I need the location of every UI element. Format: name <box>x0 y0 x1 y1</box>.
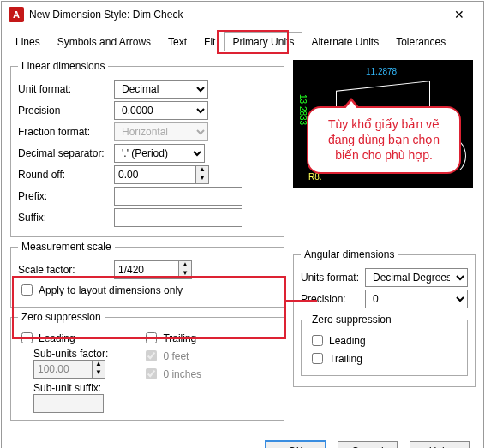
subunits-factor-spinner: ▲▼ <box>33 360 108 379</box>
fraction-format-select: Horizontal <box>114 122 208 141</box>
decimal-separator-select[interactable]: '.' (Period) <box>114 144 205 163</box>
measurement-scale-legend: Measurement scale <box>18 241 115 253</box>
zero-suppression-right-group: Zero suppression Leading Trailing <box>301 314 468 376</box>
angular-trailing-checkbox[interactable] <box>312 353 323 364</box>
subunits-factor-input <box>33 360 92 379</box>
preview-dim-radius: R8. <box>308 172 322 182</box>
zero-suppression-left-group: Zero suppression Leading Sub-units facto… <box>10 311 284 421</box>
spin-down-icon: ▼ <box>93 369 105 378</box>
leading-checkbox[interactable] <box>21 332 33 343</box>
prefix-input[interactable] <box>114 187 242 206</box>
angular-trailing-label: Trailing <box>329 353 362 365</box>
apply-layout-checkbox[interactable] <box>21 284 33 296</box>
precision-select[interactable]: 0.0000 <box>114 101 208 120</box>
angular-units-format-label: Units format: <box>301 272 365 284</box>
tab-strip: Lines Symbols and Arrows Text Fit Primar… <box>2 27 483 51</box>
app-logo-icon: A <box>9 7 24 22</box>
leading-label: Leading <box>39 332 75 344</box>
annotation-callout-text: Tùy khổ giấy bản vẽ đang dùng bạn chọn b… <box>328 117 440 162</box>
dimension-preview: 11.2878 13.2833 R8. Tùy khổ giấy bản vẽ … <box>293 60 473 188</box>
subunits-factor-label: Sub-units factor: <box>33 348 108 360</box>
inches-checkbox <box>146 368 157 379</box>
angular-units-format-select[interactable]: Decimal Degrees <box>365 268 468 287</box>
unit-format-select[interactable]: Decimal <box>114 80 208 99</box>
spin-down-icon[interactable]: ▼ <box>179 270 191 278</box>
tab-tolerances[interactable]: Tolerances <box>387 32 454 51</box>
round-off-label: Round off: <box>18 169 114 181</box>
trailing-checkbox[interactable] <box>146 332 157 343</box>
zero-suppression-left-legend: Zero suppression <box>18 311 105 323</box>
scale-factor-label: Scale factor: <box>18 264 114 276</box>
linear-dimensions-legend: Linear dimensions <box>18 60 108 72</box>
angular-leading-label: Leading <box>329 335 366 347</box>
tab-symbols-arrows[interactable]: Symbols and Arrows <box>49 32 159 51</box>
cancel-button[interactable]: Cancel <box>338 441 398 448</box>
annotation-callout: Tùy khổ giấy bản vẽ đang dùng bạn chọn b… <box>307 106 461 174</box>
apply-layout-label: Apply to layout dimensions only <box>39 284 183 296</box>
decimal-separator-label: Decimal separator: <box>18 147 114 159</box>
dialog-window: A New Dimension Style: Dim Check ✕ Lines… <box>1 1 484 448</box>
scale-factor-input[interactable] <box>114 260 178 279</box>
tab-alternate-units[interactable]: Alternate Units <box>302 32 387 51</box>
angular-precision-label: Precision: <box>301 293 365 305</box>
unit-format-label: Unit format: <box>18 83 114 95</box>
help-button[interactable]: Help <box>410 441 470 448</box>
suffix-input[interactable] <box>114 208 242 227</box>
titlebar: A New Dimension Style: Dim Check ✕ <box>2 2 483 27</box>
tab-fit[interactable]: Fit <box>195 32 224 51</box>
fraction-format-label: Fraction format: <box>18 126 114 138</box>
angular-dimensions-legend: Angular dimensions <box>301 248 398 260</box>
round-off-input[interactable] <box>114 165 195 184</box>
subunit-suffix-label: Sub-unit suffix: <box>33 382 108 394</box>
close-button[interactable]: ✕ <box>442 8 476 21</box>
tab-text[interactable]: Text <box>159 32 195 51</box>
linear-dimensions-group: Linear dimensions Unit format: Decimal P… <box>10 60 284 237</box>
spin-down-icon[interactable]: ▼ <box>196 175 208 183</box>
subunit-suffix-input <box>33 394 104 413</box>
precision-label: Precision <box>18 105 114 116</box>
prefix-label: Prefix: <box>18 190 114 202</box>
zero-suppression-right-legend: Zero suppression <box>308 314 395 326</box>
angular-dimensions-group: Angular dimensions Units format: Decimal… <box>293 248 476 387</box>
inches-label: 0 inches <box>163 368 201 380</box>
ok-button[interactable]: OK <box>266 441 326 448</box>
button-bar: OK Cancel Help <box>2 433 483 448</box>
scale-factor-spinner[interactable]: ▲▼ <box>114 260 192 279</box>
angular-leading-checkbox[interactable] <box>312 335 323 346</box>
preview-dim-top: 11.2878 <box>366 67 397 76</box>
tab-primary-units[interactable]: Primary Units <box>224 32 302 51</box>
measurement-scale-group: Measurement scale Scale factor: ▲▼ Apply… <box>10 241 284 308</box>
feet-label: 0 feet <box>163 350 189 362</box>
angular-precision-select[interactable]: 0 <box>365 290 468 308</box>
feet-checkbox <box>146 350 157 361</box>
tab-lines[interactable]: Lines <box>7 32 49 51</box>
round-off-spinner[interactable]: ▲▼ <box>114 165 209 184</box>
suffix-label: Suffix: <box>18 212 114 224</box>
trailing-label: Trailing <box>163 332 196 344</box>
window-title: New Dimension Style: Dim Check <box>29 9 442 21</box>
